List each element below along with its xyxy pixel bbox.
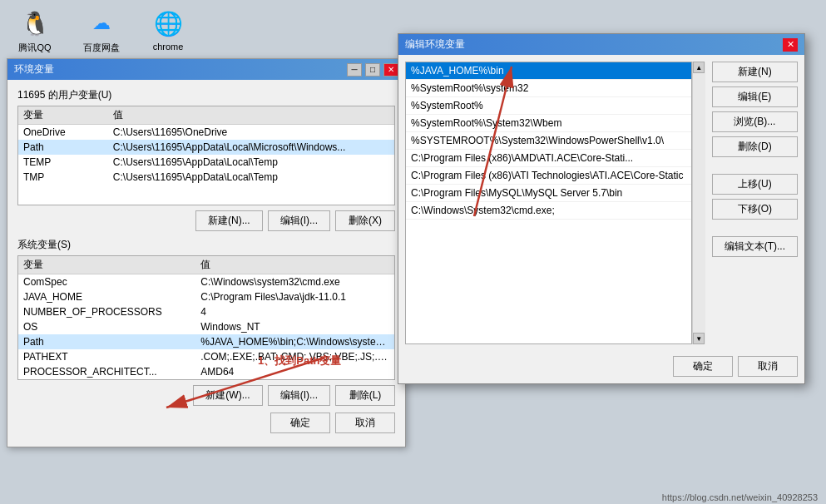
path-list-item[interactable]: C:\Program Files\MySQL\MySQL Server 5.7\… (406, 185, 691, 202)
edit-env-close-btn[interactable]: ✕ (783, 38, 798, 52)
user-var-name: Path (18, 140, 108, 155)
table-row[interactable]: Path %JAVA_HOME%\bin;C:\Windows\system32… (18, 334, 394, 349)
sys-var-value: %JAVA_HOME%\bin;C:\Windows\system32;C:\W… (195, 334, 394, 349)
qq-icon: 🐧 (18, 7, 52, 40)
chrome-icon: 🌐 (151, 7, 185, 40)
path-list-container[interactable]: %JAVA_HOME%\bin %SystemRoot%\system32 %S… (405, 62, 692, 344)
env-ok-button[interactable]: 确定 (270, 413, 330, 433)
user-vars-table-container[interactable]: 变量 值 OneDrive C:\Users\11695\OneDrive Pa… (17, 106, 395, 205)
user-delete-button[interactable]: 删除(X) (335, 210, 395, 231)
path-list-item[interactable]: %SystemRoot%\system32 (406, 80, 691, 97)
user-vars-col-name: 变量 (18, 106, 108, 125)
env-window-controls: ─ □ ✕ (347, 63, 398, 77)
env-close-btn[interactable]: ✕ (383, 63, 398, 77)
sys-vars-col-value: 值 (195, 256, 394, 274)
table-row[interactable]: JAVA_HOME C:\Program Files\Java\jdk-11.0… (18, 289, 394, 304)
sys-var-value: C:\Windows\system32\cmd.exe (195, 274, 394, 290)
user-vars-label: 11695 的用户变量(U) (17, 88, 395, 102)
modal-edit-button[interactable]: 编辑(E) (712, 86, 798, 107)
path-list-item[interactable]: %SYSTEMROOT%\System32\WindowsPowerShell\… (406, 132, 691, 150)
sys-delete-button[interactable]: 删除(L) (335, 385, 395, 406)
user-var-value: C:\Users\11695\OneDrive (108, 125, 394, 141)
modal-new-button[interactable]: 新建(N) (712, 62, 798, 82)
env-window-titlebar: 环境变量 ─ □ ✕ (7, 59, 405, 80)
baidu-label: 百度网盘 (83, 42, 120, 54)
table-row[interactable]: NUMBER_OF_PROCESSORS 4 (18, 304, 394, 319)
modal-move-down-button[interactable]: 下移(O) (712, 199, 798, 220)
path-list-item[interactable]: C:\Program Files (x86)\AMD\ATI.ACE\Core-… (406, 150, 691, 167)
env-window-bottom-buttons: 确定 取消 (17, 413, 395, 438)
desktop-icon-baidu[interactable]: ☁ 百度网盘 (77, 7, 126, 54)
table-row[interactable]: Path C:\Users\11695\AppData\Local\Micros… (18, 140, 394, 155)
user-vars-col-value: 值 (108, 106, 394, 125)
annotation-text-1: 1、找到Path变量 (258, 353, 341, 368)
sys-var-name: OS (18, 319, 195, 334)
env-variables-window: 环境变量 ─ □ ✕ 11695 的用户变量(U) 变量 值 OneDrive (7, 58, 406, 447)
table-row[interactable]: OneDrive C:\Users\11695\OneDrive (18, 125, 394, 141)
env-window-title: 环境变量 (14, 62, 54, 77)
sys-new-button[interactable]: 新建(W)... (193, 385, 262, 406)
user-edit-button[interactable]: 编辑(I)... (268, 210, 330, 231)
user-var-value: C:\Users\11695\AppData\Local\Temp (108, 170, 394, 185)
sys-var-value: Windows_NT (195, 319, 394, 334)
table-row[interactable]: OS Windows_NT (18, 319, 394, 334)
sys-var-name: PROCESSOR_ARCHITECT... (18, 364, 195, 379)
user-vars-table: 变量 值 OneDrive C:\Users\11695\OneDrive Pa… (18, 106, 394, 185)
user-var-value: C:\Users\11695\AppData\Local\Temp (108, 155, 394, 170)
chrome-label: chrome (153, 42, 184, 52)
env-minimize-btn[interactable]: ─ (347, 63, 362, 77)
desktop-icon-qq[interactable]: 🐧 腾讯QQ (10, 7, 60, 54)
scroll-down-btn[interactable]: ▼ (693, 333, 705, 344)
sys-var-value: 4 (195, 304, 394, 319)
path-list-item[interactable]: C:\Windows\System32\cmd.exe; (406, 202, 691, 220)
path-list-item[interactable]: %SystemRoot% (406, 97, 691, 115)
sys-var-name: PATHEXT (18, 349, 195, 364)
desktop-icon-chrome[interactable]: 🌐 chrome (143, 7, 193, 54)
sys-vars-label: 系统变量(S) (17, 238, 395, 252)
modal-move-up-button[interactable]: 上移(U) (712, 174, 798, 195)
env-window-content: 11695 的用户变量(U) 变量 值 OneDrive C:\Users\11… (7, 80, 405, 447)
path-list-item[interactable]: %JAVA_HOME%\bin (406, 62, 691, 80)
bottom-url: https://blog.csdn.net/weixin_40928253 (662, 492, 818, 502)
sys-var-name: ComSpec (18, 274, 195, 290)
modal-browse-button[interactable]: 浏览(B)... (712, 111, 798, 132)
modal-delete-button[interactable]: 删除(D) (712, 136, 798, 157)
user-vars-buttons: 新建(N)... 编辑(I)... 删除(X) (17, 210, 395, 231)
path-list-scrollbar[interactable]: ▲ ▼ (692, 62, 705, 344)
sys-vars-buttons: 新建(W)... 编辑(I)... 删除(L) (17, 385, 395, 406)
sys-var-value: C:\Program Files\Java\jdk-11.0.1 (195, 289, 394, 304)
sys-edit-button[interactable]: 编辑(I)... (268, 385, 330, 406)
user-var-name: OneDrive (18, 125, 108, 141)
edit-env-titlebar: 编辑环境变量 ✕ (398, 34, 804, 55)
sys-vars-col-name: 变量 (18, 256, 195, 274)
user-var-name: TEMP (18, 155, 108, 170)
env-maximize-btn[interactable]: □ (365, 63, 380, 77)
sys-var-name: JAVA_HOME (18, 289, 195, 304)
scroll-up-btn[interactable]: ▲ (693, 62, 705, 73)
user-new-button[interactable]: 新建(N)... (195, 210, 263, 231)
path-list-with-scroll: %JAVA_HOME%\bin %SystemRoot%\system32 %S… (405, 62, 705, 344)
modal-bottom-buttons: 确定 取消 (398, 351, 804, 383)
path-list-item[interactable]: %SystemRoot%\System32\Wbem (406, 115, 691, 132)
user-var-name: TMP (18, 170, 108, 185)
sys-var-name: Path (18, 334, 195, 349)
user-var-value: C:\Users\11695\AppData\Local\Microsoft\W… (108, 140, 394, 155)
edit-env-modal-content: %JAVA_HOME%\bin %SystemRoot%\system32 %S… (398, 55, 804, 351)
qq-label: 腾讯QQ (18, 42, 51, 54)
env-cancel-button[interactable]: 取消 (335, 413, 395, 433)
desktop-icons-area: 🐧 腾讯QQ ☁ 百度网盘 🌐 chrome (0, 0, 203, 61)
edit-env-title: 编辑环境变量 (405, 37, 465, 52)
baidu-icon: ☁ (85, 7, 118, 40)
modal-ok-button[interactable]: 确定 (673, 356, 733, 377)
table-row[interactable]: TEMP C:\Users\11695\AppData\Local\Temp (18, 155, 394, 170)
edit-env-modal: 编辑环境变量 ✕ %JAVA_HOME%\bin %SystemRoot%\sy… (398, 33, 805, 384)
modal-side-buttons: 新建(N) 编辑(E) 浏览(B)... 删除(D) 上移(U) 下移(O) 编… (705, 62, 798, 344)
modal-cancel-button[interactable]: 取消 (738, 356, 798, 377)
sys-var-name: NUMBER_OF_PROCESSORS (18, 304, 195, 319)
table-row[interactable]: TMP C:\Users\11695\AppData\Local\Temp (18, 170, 394, 185)
table-row[interactable]: ComSpec C:\Windows\system32\cmd.exe (18, 274, 394, 290)
path-list-item[interactable]: C:\Program Files (x86)\ATI Technologies\… (406, 167, 691, 185)
modal-edit-text-button[interactable]: 编辑文本(T)... (712, 236, 798, 257)
